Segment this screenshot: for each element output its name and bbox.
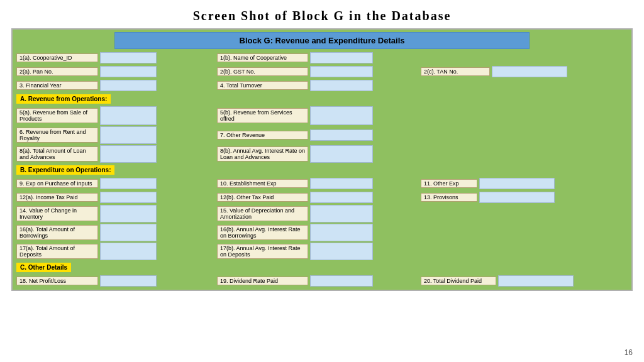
label-2c: 2(c). TAN No. xyxy=(421,67,490,76)
label-7: 7. Other Revenue xyxy=(217,131,308,140)
section-c-header: C. Other Details xyxy=(16,263,71,272)
label-12b: 12(b). Other Tax Paid xyxy=(217,193,308,202)
label-18: 18. Net Profit/Loss xyxy=(16,277,98,285)
input-2b[interactable] xyxy=(310,66,373,77)
label-4: 4. Total Turnover xyxy=(217,81,308,90)
input-17a[interactable] xyxy=(100,243,157,260)
label-5a: 5(a). Revenue from Sale of Products xyxy=(16,108,98,123)
label-15: 15. Value of Depreciation and Amortizati… xyxy=(217,206,308,221)
input-16b[interactable] xyxy=(310,224,373,241)
input-8b[interactable] xyxy=(310,145,373,163)
input-17b[interactable] xyxy=(310,243,373,260)
label-8b: 8(b). Annual Avg. Interest Rate on Loan … xyxy=(217,146,308,162)
input-20[interactable] xyxy=(498,275,574,287)
label-17b: 17(b). Annual Avg. Interest Rate on Depo… xyxy=(217,244,308,259)
input-1b[interactable] xyxy=(310,52,373,63)
section-b-header: B. Expenditure on Operations: xyxy=(16,165,114,175)
input-4[interactable] xyxy=(310,80,373,91)
input-12b[interactable] xyxy=(310,192,373,203)
label-1b: 1(b). Name of Cooperative xyxy=(217,53,308,62)
input-11[interactable] xyxy=(479,178,555,189)
label-14: 14. Value of Change in Inventory xyxy=(16,206,98,221)
input-15[interactable] xyxy=(310,205,373,222)
input-2c[interactable] xyxy=(492,66,567,77)
label-16b: 16(b). Annual Avg. Interest Rate on Borr… xyxy=(217,225,308,240)
label-20: 20. Total Dividend Paid xyxy=(421,277,496,285)
label-5b: 5(b). Revenue from Services offred xyxy=(217,108,308,123)
input-5a[interactable] xyxy=(100,106,157,125)
input-6[interactable] xyxy=(100,126,157,144)
input-9[interactable] xyxy=(100,178,157,189)
input-2a[interactable] xyxy=(100,66,157,77)
label-1a: 1(a). Cooperative_ID xyxy=(16,53,98,62)
page-number: 16 xyxy=(625,348,633,357)
input-16a[interactable] xyxy=(100,224,157,241)
input-13[interactable] xyxy=(479,192,555,203)
label-16a: 16(a). Total Amount of Borrowings xyxy=(16,225,98,240)
input-18[interactable] xyxy=(100,275,157,287)
input-10[interactable] xyxy=(310,178,373,189)
input-1a[interactable] xyxy=(100,52,157,63)
section-a-header: A. Revenue from Operations: xyxy=(16,94,111,104)
input-12a[interactable] xyxy=(100,192,157,203)
block-header: Block G: Revenue and Expenditure Details xyxy=(114,32,530,49)
input-14[interactable] xyxy=(100,205,157,222)
input-7[interactable] xyxy=(310,129,373,141)
label-3: 3. Financial Year xyxy=(16,81,98,90)
input-5b[interactable] xyxy=(310,106,373,125)
label-11: 11. Other Exp xyxy=(421,179,477,188)
label-2a: 2(a). Pan No. xyxy=(16,67,98,76)
label-2b: 2(b). GST No. xyxy=(217,67,308,76)
label-13: 13. Provisons xyxy=(421,193,477,202)
label-19: 19. Dividend Rate Paid xyxy=(217,277,308,285)
input-19[interactable] xyxy=(310,275,373,287)
label-6: 6. Revenue from Rent and Royality xyxy=(16,128,98,143)
label-12a: 12(a). Income Tax Paid xyxy=(16,193,98,202)
input-3[interactable] xyxy=(100,80,157,91)
page-title: Screen Shot of Block G in the Database xyxy=(0,0,644,28)
label-10: 10. Establishment Exp xyxy=(217,179,308,188)
outer-container: Block G: Revenue and Expenditure Details… xyxy=(11,28,633,291)
label-17a: 17(a). Total Amount of Deposits xyxy=(16,244,98,259)
label-8a: 8(a). Total Amount of Loan and Advances xyxy=(16,146,98,162)
input-8a[interactable] xyxy=(100,145,157,163)
label-9: 9. Exp on Purchase of Inputs xyxy=(16,179,98,188)
